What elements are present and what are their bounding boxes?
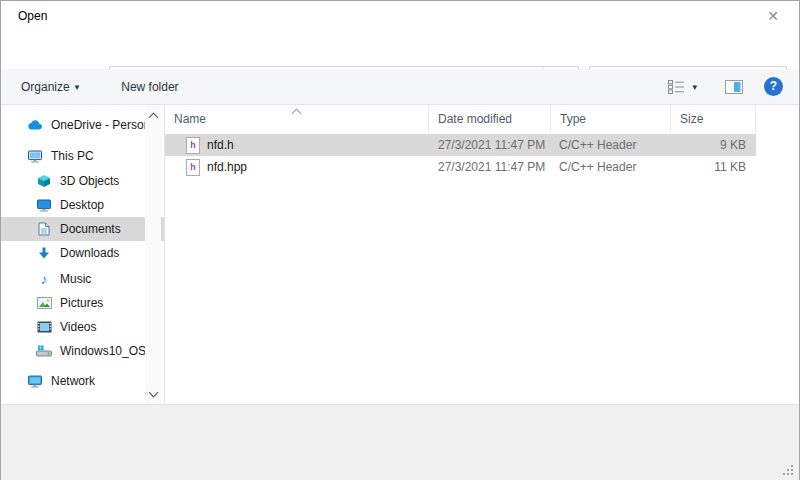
file-type-cell: C/C++ Header [551,138,671,152]
scroll-up-button[interactable] [145,107,161,123]
sort-ascending-icon [292,109,302,119]
file-size-cell: 9 KB [671,138,756,152]
chevron-down-icon: ▾ [692,82,697,92]
preview-pane-button[interactable] [720,76,748,98]
close-icon[interactable]: ✕ [757,1,789,31]
organize-button[interactable]: Organize ▾ [11,80,89,94]
chevron-down-icon: ▾ [75,82,80,92]
document-icon [35,222,53,236]
sidebar-item-this-pc[interactable]: This PC [1,144,164,168]
navigation-bar: ← → ↑ « GitHub › nativefiledialog › src … [1,31,799,69]
header-file-icon: h [186,137,200,154]
computer-icon [26,150,44,163]
network-icon [26,375,44,388]
navigation-pane: OneDrive - Person This PC 3D Objects Des… [1,105,164,404]
file-date-cell: 27/3/2021 11:47 PM [429,138,551,152]
sidebar-item-label: Network [51,374,95,388]
column-header-label: Date modified [438,112,512,126]
resize-grip-icon[interactable] [783,465,795,477]
sidebar-item-network[interactable]: Network [1,369,164,393]
sidebar-item-label: Windows10_OS ( [60,344,153,358]
command-toolbar: Organize ▾ New folder ▾ ? [1,69,799,105]
video-icon [35,321,53,333]
window-title: Open [18,1,47,31]
download-arrow-icon [35,247,53,260]
chevron-down-icon [148,388,158,398]
column-header-date-modified[interactable]: Date modified [429,105,551,133]
open-file-dialog: Open ✕ ← → ↑ « GitHub › nativefiledialog… [0,0,800,480]
sidebar-item-label: This PC [51,149,94,163]
picture-icon [35,297,53,309]
new-folder-button[interactable]: New folder [111,80,188,94]
preview-pane-icon [725,80,743,94]
organize-label: Organize [21,80,70,94]
sidebar-item-3d-objects[interactable]: 3D Objects [1,169,164,193]
file-list: Name Date modified Type Size h nfd.h 27/… [165,105,798,404]
header-file-icon: h [186,159,200,176]
column-header-label: Name [174,112,206,126]
content-area: OneDrive - Person This PC 3D Objects Des… [1,105,799,404]
sidebar-item-desktop[interactable]: Desktop [1,193,164,217]
sidebar-item-label: Documents [60,222,121,236]
column-header-name[interactable]: Name [165,105,429,133]
file-row-nfd-hpp[interactable]: h nfd.hpp 27/3/2021 11:47 PM C/C++ Heade… [165,156,756,178]
sidebar-item-label: Pictures [60,296,103,310]
file-name-cell: h nfd.hpp [165,159,429,176]
sidebar-item-downloads[interactable]: Downloads [1,241,164,265]
sidebar-item-pictures[interactable]: Pictures [1,291,164,315]
sidebar-item-documents[interactable]: Documents [1,217,164,241]
column-header-type[interactable]: Type [551,105,671,133]
sidebar-item-label: Desktop [60,198,104,212]
file-name-text: nfd.hpp [207,160,247,174]
sidebar-item-label: Videos [60,320,96,334]
column-header-size[interactable]: Size [671,105,756,133]
change-view-button[interactable]: ▾ [663,76,702,98]
sidebar-item-label: 3D Objects [60,174,119,188]
file-type-cell: C/C++ Header [551,160,671,174]
sidebar-item-label: Downloads [60,246,119,260]
sidebar-item-music[interactable]: ♪ Music [1,267,164,291]
sidebar-scrollbar[interactable] [145,105,161,404]
column-headers: Name Date modified Type Size [165,105,756,133]
file-size-cell: 11 KB [671,160,756,174]
file-date-cell: 27/3/2021 11:47 PM [429,160,551,174]
help-button[interactable]: ? [764,77,783,96]
column-header-label: Type [560,112,586,126]
dialog-footer: File name: Headers (*.h;*.hpp) Open Canc… [1,404,799,480]
chevron-up-icon [148,112,158,122]
toolbar-right-group: ▾ ? [663,76,783,98]
sidebar-item-label: OneDrive - Person [51,118,150,132]
scroll-down-button[interactable] [145,386,161,402]
sidebar-item-onedrive[interactable]: OneDrive - Person [1,113,164,137]
details-view-icon [668,80,685,94]
onedrive-cloud-icon [26,119,44,131]
sidebar-item-label: Music [60,272,91,286]
file-name-text: nfd.h [207,138,234,152]
title-bar: Open ✕ [1,1,799,31]
desktop-monitor-icon [35,199,53,212]
sidebar-item-videos[interactable]: Videos [1,315,164,339]
column-header-label: Size [680,112,703,126]
hard-drive-icon [35,345,53,357]
new-folder-label: New folder [121,80,178,94]
file-name-cell: h nfd.h [165,137,429,154]
music-note-icon: ♪ [35,272,53,286]
file-row-nfd-h[interactable]: h nfd.h 27/3/2021 11:47 PM C/C++ Header … [165,134,756,156]
sidebar-item-windows10-os[interactable]: Windows10_OS ( [1,339,164,363]
cube-icon [35,174,53,188]
